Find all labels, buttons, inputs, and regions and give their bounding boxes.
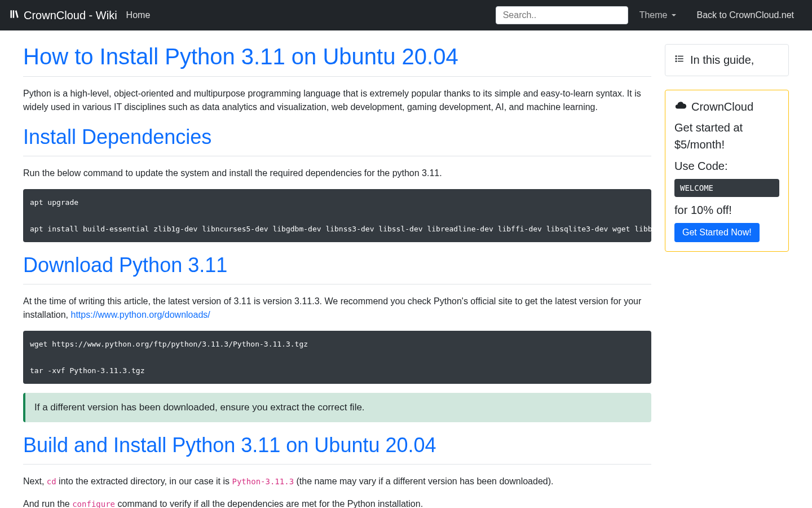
promo-box: CrownCloud Get started at $5/month! Use … [665,90,789,252]
nav-home[interactable]: Home [117,6,160,25]
theme-dropdown[interactable]: Theme [633,6,683,25]
download-paragraph: At the time of writing this article, the… [23,295,651,322]
deps-paragraph: Run the below command to update the syst… [23,167,651,180]
article-body: How to Install Python 3.11 on Ubuntu 20.… [23,44,651,508]
alert-success: If a different version has been download… [23,393,651,422]
brand[interactable]: CrownCloud - Wiki [9,8,117,23]
intro-paragraph: Python is a high-level, object-oriented … [23,87,651,114]
divider [23,76,651,77]
divider [23,156,651,156]
chevron-down-icon [672,14,676,16]
sidebar: In this guide, CrownCloud Get started at… [665,44,789,508]
build-paragraph-2: And run the configure command to verify … [23,497,651,508]
list-icon [674,54,685,67]
promo-discount: for 10% off! [674,202,779,218]
promo-title: CrownCloud [674,99,779,115]
nav-back-link[interactable]: Back to CrownCloud.net [687,6,803,25]
heading-dependencies: Install Dependencies [23,125,651,149]
promo-use-code: Use Code: [674,157,779,174]
svg-point-4 [676,58,677,59]
python-downloads-link[interactable]: https://www.python.org/downloads/ [71,310,210,319]
navbar: CrownCloud - Wiki Home Theme Back to Cro… [0,0,812,30]
svg-point-5 [676,61,677,62]
build-paragraph-1: Next, cd into the extracted directory, i… [23,475,651,488]
deps-code-block[interactable]: apt upgrade apt install build-essential … [23,189,651,242]
promo-price: Get started at $5/month! [674,119,779,153]
page-title: How to Install Python 3.11 on Ubuntu 20.… [23,44,651,69]
inline-code-dir: Python-3.11.3 [232,477,294,486]
theme-label: Theme [639,10,668,20]
toc-label: In this guide, [690,54,754,67]
promo-code[interactable]: WELCOME [674,179,779,197]
inline-code-cd: cd [47,477,56,486]
heading-download: Download Python 3.11 [23,253,651,277]
search-input[interactable] [496,6,628,24]
get-started-button[interactable]: Get Started Now! [674,223,760,242]
toc-box[interactable]: In this guide, [665,44,789,76]
heading-build: Build and Install Python 3.11 on Ubuntu … [23,433,651,457]
divider [23,464,651,465]
brand-text: CrownCloud - Wiki [24,9,117,22]
divider [23,284,651,284]
svg-point-3 [676,56,677,57]
inline-code-configure: configure [72,500,115,508]
download-code-block[interactable]: wget https://www.python.org/ftp/python/3… [23,331,651,384]
books-icon [9,8,20,23]
cloud-icon [674,99,687,115]
